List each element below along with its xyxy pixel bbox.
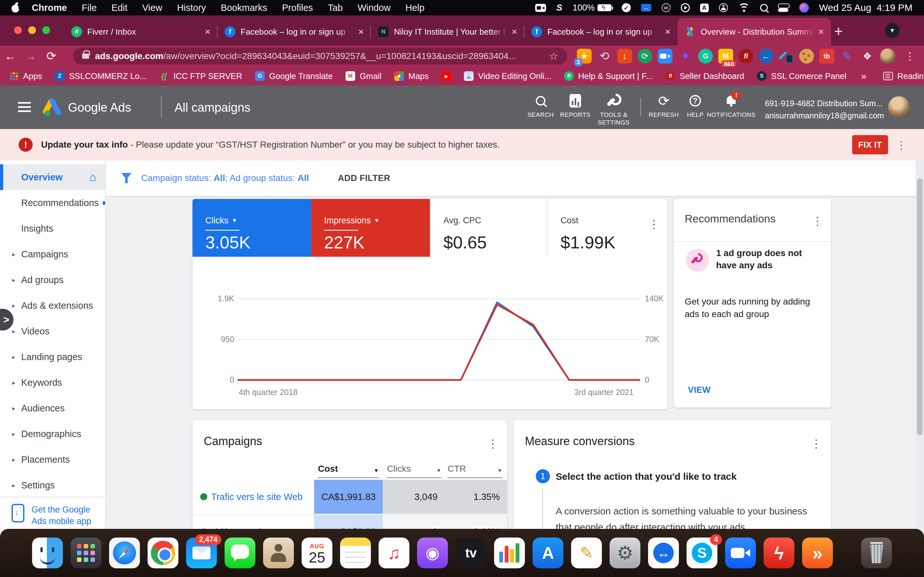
tab-close-icon[interactable]: × [358,26,364,37]
bookmark-star-icon[interactable]: ☆ [549,50,558,62]
reload-button[interactable]: ⟳ [41,50,61,63]
safari-icon[interactable] [109,538,140,568]
pen-app-icon[interactable]: ✎ [571,538,602,568]
cost-cell[interactable]: CA$1,991.83 [314,480,383,514]
menu-view[interactable]: View [135,3,169,13]
menu-help[interactable]: Help [398,3,432,13]
bookmark-help-support[interactable]: fiHelp & Support | F... [564,71,653,81]
menu-edit[interactable]: Edit [104,3,135,13]
calendar-icon[interactable]: AUG25 [302,538,332,568]
tab-close-icon[interactable]: × [818,26,824,37]
podcasts-icon[interactable]: ◉ [417,538,448,568]
trash-icon[interactable] [861,538,892,568]
notes-icon[interactable] [340,538,371,568]
fix-it-button[interactable]: FIX IT [852,135,888,154]
avg-cpc-scorecard[interactable]: Avg. CPC $0.65 [430,199,547,257]
hamburger-menu-icon[interactable] [18,102,31,112]
extensions-puzzle-icon[interactable]: ❖ [860,49,874,64]
column-header-clicks[interactable]: Clicks▼ [387,458,441,478]
back-button[interactable]: ← [0,50,21,63]
chart-card-menu-icon[interactable]: ⋮ [648,218,660,231]
campaigns-menu-icon[interactable]: ⋮ [487,437,499,451]
new-tab-button[interactable]: + [834,23,843,40]
reading-list-button[interactable]: Reading List [883,71,924,81]
arrow-extension-icon[interactable]: ← [759,49,774,64]
tubebuddy-extension-icon[interactable]: tb [819,49,834,64]
bookmark-google-translate[interactable]: GGoogle Translate [255,71,333,81]
screen-record-icon[interactable] [535,4,546,12]
checkmark-status-icon[interactable]: ✓ [622,3,631,12]
m-extension-icon[interactable]: M860 [718,49,733,64]
forward-button[interactable]: → [21,50,41,63]
history-extension-icon[interactable]: ⟲ [597,49,612,64]
sidebar-item-landing-pages[interactable]: ▸Landing pages [0,344,105,370]
clicks-impressions-chart[interactable] [237,298,640,381]
close-window-button[interactable] [14,26,22,34]
chrome-menu-icon[interactable]: ⋮ [905,50,915,62]
system-preferences-icon[interactable]: ⚙ [610,538,641,568]
bookmark-gmail[interactable]: MGmail [346,71,382,81]
fiverr-extension-icon[interactable]: fi [739,49,753,64]
sidebar-item-recommendations[interactable]: Recommendations [0,190,105,216]
sidebar-item-demographics[interactable]: ▸Demographics [0,421,105,447]
refresh-extension-icon[interactable]: ⟳ [637,49,652,64]
download-indicator-icon[interactable]: ▼ [885,23,900,38]
bookmark-ssl-comerce[interactable]: SSSL Comerce Panel [757,71,846,81]
red-lightning-app-icon[interactable]: ϟ [764,538,794,568]
sidebar-item-audiences[interactable]: ▸Audiences [0,395,105,421]
sidebar-item-insights[interactable]: Insights [0,216,105,241]
launchpad-icon[interactable] [71,538,101,568]
notifications-action[interactable]: ! NOTIFICATIONS [710,94,752,119]
page-scrollbar[interactable] [916,160,924,577]
bookmarks-overflow-chevron[interactable]: » [861,71,866,82]
tools-settings-action[interactable]: TOOLS & SETTINGS [593,94,634,126]
bookmark-apps[interactable]: Apps [9,71,42,81]
account-avatar[interactable] [888,96,910,118]
quill-extension-icon[interactable]: ✎ [840,49,855,64]
finder-icon[interactable] [32,538,63,568]
video-extension-icon[interactable] [658,49,673,64]
chrome-icon[interactable] [148,538,179,568]
cookie-extension-icon[interactable] [799,49,814,64]
column-header-cost[interactable]: Cost▼ [318,458,379,478]
sidebar-item-placements[interactable]: ▸Placements [0,447,105,472]
recommendations-menu-icon[interactable]: ⋮ [812,214,823,228]
zoom-app-icon[interactable] [725,538,756,568]
bookmark-sslcommerz[interactable]: ZSSLCOMMERZ Lo... [55,71,146,81]
minimize-window-button[interactable] [28,26,36,34]
downloader-extension-icon[interactable]: ↓ [617,49,632,64]
app-store-icon[interactable]: A [533,538,563,568]
menu-bookmarks[interactable]: Bookmarks [213,3,275,13]
clicks-scorecard[interactable]: Clicks▼ 3.05K [193,199,311,257]
apple-menu-icon[interactable] [11,3,20,13]
ctr-cell[interactable]: 1.35% [445,480,507,514]
tab-niloy-it[interactable]: N Niloy IT Institute | Your better f × [371,18,524,45]
dropdown-arrow-icon[interactable]: ▼ [374,217,380,224]
color-picker-extension-icon[interactable] [779,49,794,64]
campaign-status-filter[interactable]: Campaign status: All; Ad group status: A… [141,173,309,183]
sidebar-item-ads-extensions[interactable]: ▸Ads & extensions [0,293,105,318]
sidebar-item-overview[interactable]: Overview⌂ [0,164,105,190]
menu-file[interactable]: File [74,3,104,13]
battery-icon[interactable]: 100% [573,3,612,13]
banner-menu-icon[interactable]: ⋮ [896,139,907,152]
mail-icon[interactable]: 2,474 [186,538,217,568]
chrome-profile-avatar[interactable] [880,48,895,64]
contacts-icon[interactable] [263,538,294,568]
account-info[interactable]: 691-919-4682 Distribution Sum... anisurr… [765,98,884,122]
sidebar-item-keywords[interactable]: ▸Keywords [0,370,105,395]
skype-icon[interactable]: S4 [687,538,717,568]
shareit-icon[interactable]: » [802,538,833,568]
control-center-icon[interactable] [778,3,789,12]
mobile-app-promo[interactable]: Get the Google Ads mobile app [0,497,105,527]
siri-icon[interactable] [799,3,809,13]
menu-history[interactable]: History [170,3,213,13]
shortcut-app-icon[interactable]: S [556,3,562,13]
creative-cloud-icon[interactable]: ∞ [662,3,671,12]
cost-scorecard[interactable]: Cost $1.99K [547,199,656,257]
chart-app-icon[interactable] [494,538,525,568]
tab-google-ads-active[interactable]: Overview - Distribution Summit × [678,18,831,45]
menu-tab[interactable]: Tab [320,3,350,13]
play-status-icon[interactable] [681,3,690,12]
zoom-window-button[interactable] [42,26,50,34]
